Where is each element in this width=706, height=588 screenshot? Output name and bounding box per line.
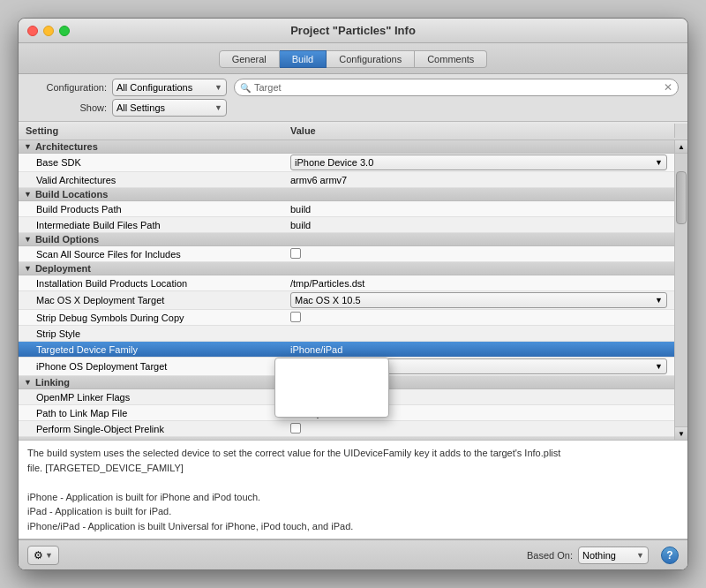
minimize-button[interactable] (43, 26, 54, 36)
scan-all-source-checkbox[interactable] (290, 248, 301, 259)
cell-strip-style-setting: Strip Style (19, 328, 283, 340)
info-text-4: iPhone - Application is built for iPhone… (27, 492, 260, 502)
table-row[interactable]: Build Products Path build (19, 201, 674, 217)
configuration-value: All Configurations (116, 82, 192, 93)
table-scrollbar[interactable]: ▲ ▼ (674, 140, 687, 440)
based-on-select[interactable]: Nothing ▼ (578, 547, 649, 564)
section-build-locations-label: Build Locations (35, 189, 109, 200)
close-button[interactable] (27, 26, 38, 36)
table-row-targeted-device[interactable]: Targeted Device Family iPhone/iPad iPhon… (19, 342, 674, 358)
cell-install-build-products-value: /tmp/Particles.dst (283, 277, 674, 290)
dropdown-item-ipad[interactable]: iPad (275, 378, 388, 397)
base-sdk-dropdown[interactable]: iPhone Device 3.0 ▼ (290, 155, 667, 170)
cell-install-build-products-setting: Installation Build Products Location (19, 277, 283, 290)
table-row[interactable]: Base SDK iPhone Device 3.0 ▼ (19, 154, 674, 172)
table-row[interactable]: Installation Build Products Location /tm… (19, 275, 674, 291)
search-icon: 🔍 (240, 83, 251, 93)
configuration-arrow-icon: ▼ (214, 83, 222, 92)
search-clear-icon[interactable]: ✕ (664, 81, 672, 94)
section-packaging: ▼ Packaging (19, 437, 674, 440)
table-row[interactable]: Valid Architectures armv6 armv7 (19, 172, 674, 188)
table-header: Setting Value (19, 122, 687, 140)
single-object-checkbox[interactable] (290, 423, 301, 433)
traffic-lights (27, 26, 70, 36)
cell-valid-arch-value: armv6 armv7 (283, 174, 674, 186)
help-button[interactable]: ? (661, 547, 679, 564)
show-select[interactable]: All Settings ▼ (112, 99, 227, 117)
section-linking-label: Linking (35, 377, 70, 388)
cell-base-sdk-setting: Base SDK (19, 156, 283, 169)
tab-general[interactable]: General (219, 50, 280, 68)
configuration-row: Configuration: All Configurations ▼ 🔍 Ta… (27, 79, 679, 96)
help-label: ? (666, 549, 672, 562)
info-text-5: iPad - Application is built for iPad. (27, 506, 171, 516)
section-deployment: ▼ Deployment (19, 262, 674, 275)
cell-single-object-value (283, 422, 674, 436)
section-build-options-label: Build Options (35, 234, 99, 245)
cell-intermediate-build-files-value: build (283, 219, 674, 231)
table-row[interactable]: Strip Debug Symbols During Copy (19, 310, 674, 326)
scroll-thumb[interactable] (676, 171, 687, 224)
cell-link-map-setting: Path to Link Map File (19, 407, 283, 419)
scroll-track[interactable] (675, 154, 687, 426)
cell-base-sdk-value: iPhone Device 3.0 ▼ (283, 154, 674, 171)
section-arrow-icon: ▼ (24, 264, 32, 273)
zoom-button[interactable] (59, 26, 70, 36)
cell-targeted-device-value: iPhone/iPad (283, 343, 674, 356)
configuration-select[interactable]: All Configurations ▼ (112, 79, 227, 96)
tab-configurations[interactable]: Configurations (327, 50, 415, 68)
gear-button[interactable]: ⚙ ▼ (27, 546, 59, 565)
macos-deployment-dropdown[interactable]: Mac OS X 10.5 ▼ (290, 292, 667, 308)
gear-dropdown-arrow-icon: ▼ (45, 551, 53, 560)
cell-macos-deployment-setting: Mac OS X Deployment Target (19, 294, 283, 306)
gear-icon: ⚙ (34, 549, 43, 562)
based-on-area: Based On: Nothing ▼ ? (527, 547, 679, 564)
table-area: Setting Value ▼ Architectures Base SDK (19, 122, 687, 440)
cell-valid-arch-setting: Valid Architectures (19, 174, 283, 186)
main-window: Project "Particles" Info General Build C… (18, 18, 688, 570)
show-value: All Settings (116, 102, 165, 113)
info-text-6: iPhone/iPad - Application is built Unive… (27, 521, 353, 531)
strip-debug-checkbox[interactable] (290, 312, 301, 322)
titlebar: Project "Particles" Info (19, 19, 687, 43)
cell-strip-style-value (283, 333, 674, 335)
cell-openmp-setting: OpenMP Linker Flags (19, 391, 283, 403)
based-on-label: Based On: (527, 550, 573, 561)
header-setting: Setting (19, 124, 283, 138)
cell-build-products-path-value: build (283, 203, 674, 215)
info-panel: The build system uses the selected devic… (19, 440, 687, 539)
section-arrow-icon: ▼ (24, 235, 32, 244)
table-row[interactable]: Scan All Source Files for Includes (19, 246, 674, 262)
main-content: Setting Value ▼ Architectures Base SDK (19, 122, 687, 569)
cell-intermediate-build-files-setting: Intermediate Build Files Path (19, 219, 283, 231)
section-packaging-label: Packaging (35, 438, 84, 440)
config-bar: Configuration: All Configurations ▼ 🔍 Ta… (19, 74, 687, 122)
search-box[interactable]: 🔍 Target ✕ (234, 79, 679, 96)
cell-scan-all-source-setting: Scan All Source Files for Includes (19, 248, 283, 260)
table-row[interactable]: Strip Style (19, 326, 674, 342)
tab-build[interactable]: Build (280, 50, 327, 68)
table-row[interactable]: Intermediate Build Files Path build (19, 217, 674, 233)
section-build-locations: ▼ Build Locations (19, 188, 674, 201)
section-arrow-icon: ▼ (24, 439, 32, 440)
cell-strip-debug-setting: Strip Debug Symbols During Copy (19, 312, 283, 324)
info-text-2: file. [TARGETED_DEVICE_FAMILY] (27, 463, 184, 473)
table-row[interactable]: Perform Single-Object Prelink (19, 421, 674, 437)
section-deployment-label: Deployment (35, 263, 91, 274)
cell-iphone-os-deployment-setting: iPhone OS Deployment Target (19, 360, 283, 373)
section-arrow-icon: ▼ (24, 378, 32, 387)
scroll-up-button[interactable]: ▲ (675, 140, 687, 154)
dropdown-item-iphone-ipad[interactable]: iPhone/iPad (275, 397, 388, 417)
table-body: ▼ Architectures Base SDK iPhone Device 3… (19, 140, 674, 440)
scroll-down-button[interactable]: ▼ (675, 426, 687, 440)
header-value: Value (283, 124, 674, 138)
tab-comments[interactable]: Comments (415, 50, 487, 68)
table-row[interactable]: Mac OS X Deployment Target Mac OS X 10.5… (19, 291, 674, 310)
cell-scan-all-source-value (283, 247, 674, 261)
section-arrow-icon: ▼ (24, 190, 32, 199)
based-on-arrow-icon: ▼ (636, 551, 644, 560)
base-sdk-arrow-icon: ▼ (655, 158, 663, 167)
dropdown-item-iphone[interactable]: iPhone (275, 358, 388, 378)
show-row: Show: All Settings ▼ (27, 99, 679, 117)
tab-toolbar: General Build Configurations Comments (19, 43, 687, 74)
